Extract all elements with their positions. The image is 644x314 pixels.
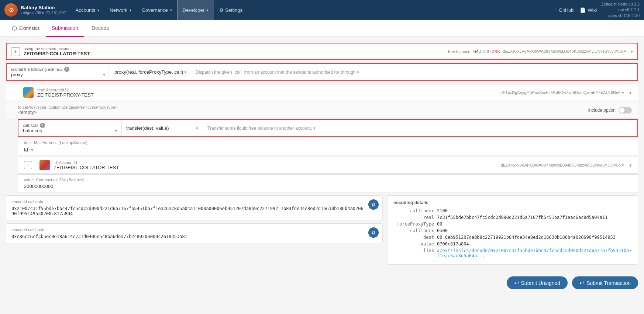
extrinsic-module-value: proxy xyxy=(11,72,23,77)
account-add-btn[interactable]: + xyxy=(11,47,20,56)
wiki-icon: 📄 xyxy=(580,7,586,13)
nav-network[interactable]: Network ▾ xyxy=(104,0,137,20)
submit-transaction-icon: ↩ xyxy=(579,279,584,286)
extrinsic-description: Dispatch the given `call` from an accoun… xyxy=(191,67,637,78)
nav-governance[interactable]: Governance ▾ xyxy=(137,0,177,20)
extrinsic-method-arrow[interactable]: ▾ xyxy=(184,70,186,75)
nav-network-label: Network xyxy=(110,7,127,13)
extrinsic-row: submit the following extrinsic ? proxy ▾… xyxy=(6,63,638,81)
github-link[interactable]: ⑂ GitHub xyxy=(554,7,574,13)
nav-governance-arrow: ▾ xyxy=(170,8,172,12)
extrinsic-left: submit the following extrinsic ? proxy ▾ xyxy=(7,64,110,80)
brand: ⊙ Battery Station zeitgeist/36 ▸ #1,461,… xyxy=(4,3,66,17)
nav-network-arrow: ▾ xyxy=(130,8,131,12)
dest-row: dest: MultiAddress (LookupSource) Id ▾ xyxy=(18,138,638,156)
nav-developer-arrow: ▾ xyxy=(207,8,209,12)
call-help-icon[interactable]: ? xyxy=(40,123,45,128)
enc-row-0: callIndex 2100 xyxy=(393,208,632,213)
version-info: Zeitgeist Node v0.3.2 api v8.7.2-1 apps … xyxy=(601,1,640,18)
navbar: ⊙ Battery Station zeitgeist/36 ▸ #1,461,… xyxy=(0,0,644,20)
encoded-call-hash-title: encoded call hash xyxy=(11,227,377,232)
real-account-name: ZEITGEIST-PROXY-TEST xyxy=(37,92,497,98)
call-module-select[interactable]: balances ▾ xyxy=(23,128,117,133)
encoded-call-hash-box: encoded call hash 0xe86cc6cf3b5ec0618a61… xyxy=(6,223,383,243)
id-account-info: Id: AccountId ZEITGEIST-COLLATOR-TEST xyxy=(54,160,497,170)
dest-label: dest: MultiAddress (LookupSource) xyxy=(18,138,638,146)
brand-text: Battery Station zeitgeist/36 ▸ #1,461,29… xyxy=(21,5,66,15)
extrinsic-help-icon[interactable]: ? xyxy=(64,67,69,72)
nav-governance-label: Governance xyxy=(142,7,168,13)
account-right: free balance 64,0000 ZBS dE1XKxxyVgAPU8W… xyxy=(448,49,633,54)
include-option-toggle[interactable] xyxy=(619,107,632,114)
nav-settings-icon: ⚙ xyxy=(219,7,224,13)
account-dropdown-arrow[interactable]: ▾ xyxy=(631,49,633,54)
copy-encoded-hash-btn[interactable]: ⧉ xyxy=(368,227,379,238)
value-row: value: Compact<u128> (Balance) xyxy=(18,174,638,192)
id-account-add-btn[interactable]: + xyxy=(24,161,32,169)
call-method-select[interactable]: transfer(dest, value) ▾ xyxy=(122,122,203,134)
encoding-link[interactable]: #/extrinsics/decode/0x21007c31f55bde7bbc… xyxy=(437,248,632,258)
id-account-address: dE1XKxxyVgAPU8WAd8YMsWsDJo4pK3MzzvMDUNve… xyxy=(501,163,624,168)
real-account-arrow[interactable]: ▾ xyxy=(629,90,632,95)
nav-right: ⑂ GitHub 📄 Wiki xyxy=(554,7,597,13)
encoding-rows: callIndex 2100 real 7c31f55bde7bbc47fc5c… xyxy=(393,208,632,258)
call-module-arrow[interactable]: ▾ xyxy=(115,128,117,133)
id-account-identicon xyxy=(39,160,50,170)
submit-transaction-label: Submit Transaction xyxy=(586,280,631,286)
account-info: using the selected account ZEITGEIST-COL… xyxy=(24,46,90,56)
value-label: value: Compact<u128> (Balance) xyxy=(24,178,632,182)
value-input[interactable] xyxy=(24,184,632,189)
nav-developer-label: Developer xyxy=(183,7,204,13)
nav-settings-label: Settings xyxy=(225,7,242,13)
force-proxy-label: forceProxyType: Option<ZeitgeistPrimitiv… xyxy=(18,105,117,109)
enc-row-1: real 7c31f55bde7bbc47fc5cdc2d090d221d6a7… xyxy=(393,215,632,220)
call-label: call: Call ? xyxy=(23,123,117,128)
nav-settings[interactable]: ⚙ Settings xyxy=(214,0,248,20)
call-method-value: transfer(dest, value) xyxy=(126,125,169,131)
id-account-label: Id: AccountId xyxy=(54,160,497,165)
enc-row-5: value 0700c817a804 xyxy=(393,241,632,247)
encoded-call-data-value: 0x21007c31f55bde7bbc47fc5cdc2d090d221d6a… xyxy=(11,206,377,216)
account-address: dE1XKxxyVgAPU8WAd8YMsWsDJo4pK3MzzvMDUNve… xyxy=(503,49,626,54)
free-balance-label: free balance xyxy=(448,49,471,54)
copy-encoded-data-btn[interactable]: ⧉ xyxy=(368,199,379,210)
tab-extrinsics-section[interactable]: ⬡ Extrinsics xyxy=(6,20,46,37)
tab-decode[interactable]: Decode xyxy=(86,20,115,37)
tab-submission[interactable]: Submission xyxy=(46,20,84,37)
tab-submission-label: Submission xyxy=(52,25,78,31)
extrinsic-label: submit the following extrinsic ? xyxy=(11,67,105,72)
call-row: call: Call ? balances ▾ transfer(dest, v… xyxy=(18,119,638,137)
extrinsic-module-select[interactable]: proxy ▾ xyxy=(11,72,105,77)
real-account-address: dE1pzRgAnygF1iPnxSocFsFKd5Cw7xp9GsmQwmBY… xyxy=(500,90,624,95)
real-account-row: real: AccountId32 ZEITGEIST-PROXY-TEST d… xyxy=(6,84,638,101)
dest-value: Id xyxy=(24,147,28,153)
dest-arrow[interactable]: ▾ xyxy=(31,147,33,153)
enc-row-3: callIndex 0a00 xyxy=(393,228,632,233)
extrinsics-label: Extrinsics xyxy=(19,25,40,31)
submit-unsigned-icon: ↩ xyxy=(514,279,519,286)
wiki-label: Wiki xyxy=(588,7,597,13)
encoded-call-hash-value: 0xe86cc6cf3b5ec0618a614c731d0406e548ba6d… xyxy=(11,234,377,239)
submit-transaction-button[interactable]: ↩ Submit Transaction xyxy=(572,276,638,289)
brand-icon: ⊙ xyxy=(4,3,18,17)
real-field-label: real: AccountId32 xyxy=(37,88,497,92)
id-account-arrow[interactable]: ▾ xyxy=(629,163,632,168)
extrinsic-method-select[interactable]: proxy(real, forceProxyType, call) ▾ xyxy=(110,66,191,78)
submit-unsigned-button[interactable]: ↩ Submit Unsigned xyxy=(507,276,568,289)
extrinsic-module-arrow[interactable]: ▾ xyxy=(103,72,105,77)
encoded-section: encoded call data 0x21007c31f55bde7bbc47… xyxy=(6,195,638,265)
nav-developer[interactable]: Developer ▾ xyxy=(177,0,214,20)
footer-bar: ↩ Submit Unsigned ↩ Submit Transaction xyxy=(0,271,644,295)
real-account-identicon xyxy=(23,87,34,98)
nav-accounts[interactable]: Accounts ▾ xyxy=(70,0,104,20)
call-left: call: Call ? balances ▾ xyxy=(18,120,122,136)
account-name: ZEITGEIST-COLLATOR-TEST xyxy=(24,51,90,56)
dest-select[interactable]: Id ▾ xyxy=(18,146,638,156)
enc-row-4: dest 00 6eb951207da8b9c22719921b84fde34e… xyxy=(393,235,632,240)
call-method-arrow[interactable]: ▾ xyxy=(196,126,198,131)
encoding-details-title: encoding details xyxy=(393,200,632,205)
enc-row-6: link #/extrinsics/decode/0x21007c31f55bd… xyxy=(393,248,632,258)
id-account-row: + Id: AccountId ZEITGEIST-COLLATOR-TEST … xyxy=(18,157,638,174)
wiki-link[interactable]: 📄 Wiki xyxy=(580,7,597,13)
encoded-call-data-box: encoded call data 0x21007c31f55bde7bbc47… xyxy=(6,195,383,220)
